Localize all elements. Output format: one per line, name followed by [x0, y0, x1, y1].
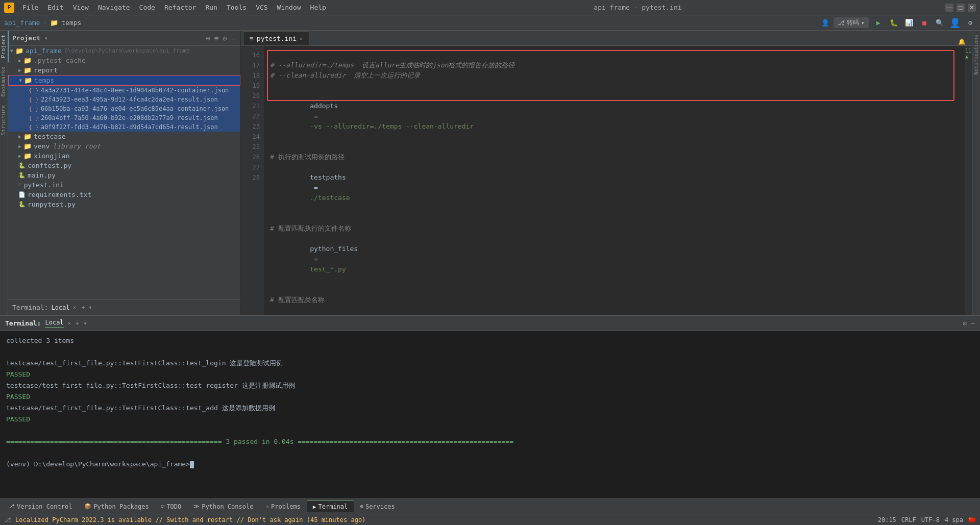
- pkg-icon: 📦: [84, 503, 91, 510]
- tree-file1[interactable]: { } 4a3a2731-414e-48c4-8eec-1d904a8b0742…: [8, 86, 240, 95]
- line-ending[interactable]: CRLF: [901, 516, 916, 523]
- menu-vcs[interactable]: VCS: [252, 3, 272, 12]
- breadcrumb-project[interactable]: api_frame: [4, 19, 40, 27]
- menu-refactor[interactable]: Refactor: [160, 3, 201, 12]
- code-content[interactable]: # --alluredir=./temps 设置allure生成临时的json格…: [264, 46, 965, 315]
- menu-navigate[interactable]: Navigate: [94, 3, 134, 12]
- indent-info[interactable]: 4 spa: [945, 516, 963, 523]
- local-tab-active[interactable]: Local: [45, 319, 63, 328]
- terminal-dropdown-btn[interactable]: ▾: [88, 304, 92, 311]
- debug-button[interactable]: 🐛: [888, 17, 899, 29]
- tree-venv[interactable]: ▶ 📁 venv library root: [8, 141, 240, 151]
- menu-file[interactable]: File: [18, 3, 42, 12]
- window-title: api_frame - pytest.ini: [594, 4, 681, 11]
- tab-services[interactable]: ⚙ Services: [354, 501, 401, 512]
- tab-version-control[interactable]: ⎇ Version Control: [2, 501, 78, 512]
- comment-28: # 配置匹配类名称: [270, 296, 325, 304]
- conftest-icon: 🐍: [18, 162, 26, 169]
- menu-edit[interactable]: Edit: [43, 3, 67, 12]
- stop-button[interactable]: ■: [919, 17, 930, 29]
- profile-button[interactable]: 📊: [903, 17, 915, 29]
- line-count-indicator[interactable]: 11 ▲: [965, 48, 971, 59]
- add-terminal[interactable]: +: [75, 319, 79, 327]
- notifications-label[interactable]: Notifications: [972, 33, 980, 77]
- tree-conftest[interactable]: 🐍 conftest.py: [8, 161, 240, 170]
- menu-tools[interactable]: Tools: [223, 3, 251, 12]
- json-icon-4: { }: [29, 115, 39, 121]
- maximize-button[interactable]: □: [957, 4, 965, 12]
- tree-xiongjian[interactable]: ▶ 📁 xiongjian: [8, 151, 240, 161]
- cursor-position[interactable]: 20:15: [878, 516, 896, 523]
- tree-testcase[interactable]: ▶ 📁 testcase: [8, 132, 240, 141]
- avatar-button[interactable]: 👤: [949, 17, 961, 29]
- tree-root[interactable]: ▼ 📁 api_frame D\develop\PyCharm\workspac…: [8, 46, 240, 56]
- venv-arrow[interactable]: ▶: [18, 143, 21, 149]
- tab-close-icon[interactable]: ✕: [300, 36, 303, 41]
- search-button[interactable]: 🔍: [934, 17, 945, 29]
- close-button[interactable]: ✕: [968, 4, 976, 12]
- local-close[interactable]: ✕: [68, 320, 71, 327]
- terminal-add-btn[interactable]: +: [81, 304, 85, 311]
- menu-help[interactable]: Help: [306, 3, 330, 12]
- terminal-output[interactable]: collected 3 items testcase/test_first_fi…: [0, 331, 980, 498]
- vtab-structure[interactable]: Structure: [0, 101, 9, 140]
- terminal-close-btn[interactable]: ✕: [73, 304, 77, 311]
- settings-icon[interactable]: ⚙: [963, 319, 967, 327]
- status-warning-msg[interactable]: Localized PyCharm 2022.3 is available //…: [15, 516, 365, 523]
- tree-main[interactable]: 🐍 main.py: [8, 170, 240, 180]
- editor-panel: ≡ pytest.ini ✕ 🔔 16 17 18 19 20 21 22 23…: [241, 31, 972, 315]
- editor-tabs: ≡ pytest.ini ✕ 🔔: [241, 31, 972, 46]
- output-collected: collected 3 items: [6, 335, 974, 346]
- vtab-project[interactable]: Project: [0, 31, 9, 62]
- menu-code[interactable]: Code: [135, 3, 159, 12]
- settings-button[interactable]: ⚙: [965, 17, 976, 29]
- locate-icon[interactable]: ⊕: [205, 33, 211, 43]
- code-line-26: python_files = test_*.py: [270, 234, 959, 285]
- menu-view[interactable]: View: [69, 3, 93, 12]
- tree-runpytest[interactable]: 🐍 runpytest.py: [8, 199, 240, 209]
- testcase-arrow[interactable]: ▶: [18, 134, 21, 139]
- tree-file5[interactable]: { } a0f9f22f-fdd3-4d76-b821-d9d54a7cd654…: [8, 122, 240, 132]
- tree-pytest-ini[interactable]: ≡ pytest.ini: [8, 180, 240, 190]
- title-bar-left: P File Edit View Navigate Code Refactor …: [4, 3, 330, 13]
- tab-python-console[interactable]: ≫ Python Console: [187, 501, 259, 512]
- tree-file3[interactable]: { } 66b150ba-ca93-4a76-ae04-ec5a6c85e4aa…: [8, 104, 240, 113]
- tree-requirements[interactable]: 📄 requirements.txt: [8, 190, 240, 199]
- tree-pytest-cache[interactable]: ▶ 📁 .pytest_cache: [8, 56, 240, 65]
- tab-pytest-ini[interactable]: ≡ pytest.ini ✕: [243, 32, 309, 45]
- tab-todo[interactable]: ☑ TODO: [155, 501, 188, 512]
- minimize-button[interactable]: —: [945, 4, 953, 12]
- tree-report[interactable]: ▶ 📁 report: [8, 65, 240, 75]
- tab-terminal[interactable]: ▶ Terminal: [307, 501, 354, 512]
- xiongjian-arrow[interactable]: ▶: [18, 153, 21, 159]
- problems-icon: ⚠: [265, 503, 269, 510]
- tree-file4[interactable]: { } 260a4bff-7a50-4a60-b92e-e208db2a77a9…: [8, 113, 240, 122]
- console-label: Python Console: [202, 503, 253, 510]
- requirements-label: requirements.txt: [28, 191, 91, 198]
- branch-selector[interactable]: ⎇ 转码 ▾: [834, 17, 869, 28]
- options-icon[interactable]: ⚙: [222, 33, 228, 43]
- pytest-cache-arrow[interactable]: ▶: [18, 58, 21, 63]
- terminal-local-tab[interactable]: Local: [51, 304, 69, 311]
- tree-temps[interactable]: ▼ 📁 temps: [8, 75, 240, 86]
- vtab-bookmarks[interactable]: Bookmarks: [0, 62, 9, 101]
- menu-window[interactable]: Window: [273, 3, 305, 12]
- temps-arrow[interactable]: ▼: [19, 78, 22, 83]
- report-arrow[interactable]: ▶: [18, 67, 21, 73]
- minimize-icon[interactable]: —: [971, 319, 975, 327]
- minimize-panel-icon[interactable]: —: [230, 33, 236, 43]
- git-icon: ⎇: [4, 516, 11, 523]
- terminal-options[interactable]: ▾: [83, 319, 87, 327]
- root-arrow[interactable]: ▼: [10, 48, 13, 54]
- tab-python-packages[interactable]: 📦 Python Packages: [78, 501, 155, 512]
- collapse-icon[interactable]: ≡: [213, 33, 219, 43]
- output-blank2: [6, 425, 974, 436]
- menu-run[interactable]: Run: [202, 3, 222, 12]
- output-test-login: testcase/test_first_file.py::TestFirstCl…: [6, 358, 974, 369]
- run-button[interactable]: ▶: [873, 17, 884, 29]
- runpytest-label: runpytest.py: [28, 201, 76, 208]
- dropdown-arrow[interactable]: ▾: [44, 35, 48, 42]
- tab-problems[interactable]: ⚠ Problems: [259, 501, 306, 512]
- tree-file2[interactable]: { } 22f43923-eea3-495a-9d12-4fca4c2da2e4…: [8, 95, 240, 104]
- charset[interactable]: UTF-8: [921, 516, 940, 523]
